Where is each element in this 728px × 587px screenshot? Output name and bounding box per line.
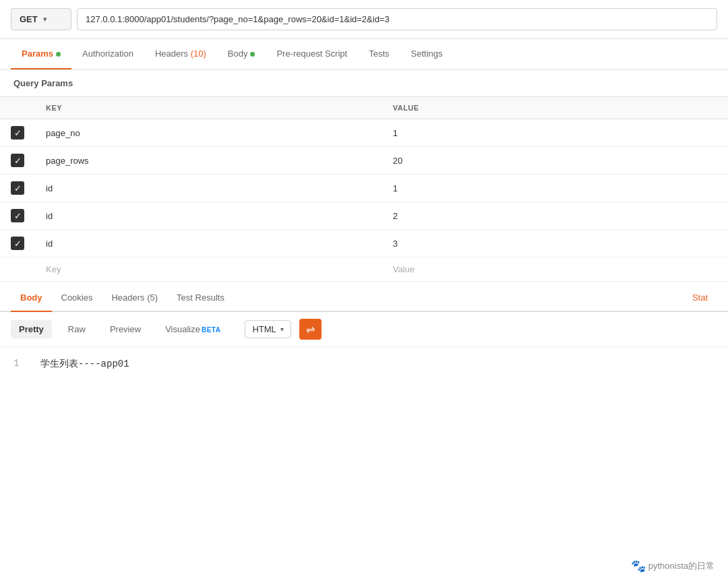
- row-checkbox[interactable]: ✓: [11, 126, 24, 140]
- row-value-cell[interactable]: 2: [382, 202, 728, 230]
- tab-headers[interactable]: Headers (10): [144, 39, 217, 69]
- row-check-cell: ✓: [0, 119, 35, 147]
- row-check-cell: ✓: [0, 175, 35, 202]
- tab-tests[interactable]: Tests: [358, 39, 400, 69]
- table-row: ✓id1: [0, 175, 728, 202]
- row-checkbox[interactable]: ✓: [11, 237, 24, 250]
- query-params-header: Query Params: [0, 70, 728, 96]
- code-content-1: 学生列表----app01: [40, 358, 129, 370]
- line-number-1: 1: [13, 358, 27, 370]
- tab-authorization[interactable]: Authorization: [71, 39, 144, 69]
- checkmark-icon: ✓: [14, 239, 22, 248]
- table-row: KeyValue: [0, 257, 728, 282]
- row-value-cell[interactable]: Value: [382, 257, 728, 282]
- params-dot: [56, 52, 61, 57]
- row-value-cell[interactable]: 20: [382, 147, 728, 175]
- beta-badge: BETA: [202, 326, 220, 334]
- resp-tab-testresults[interactable]: Test Results: [167, 284, 234, 312]
- code-area: 1 学生列表----app01: [0, 347, 728, 381]
- resp-pretty-tab[interactable]: Pretty: [11, 320, 52, 338]
- format-label: HTML: [252, 324, 276, 334]
- wrap-icon: ⇌: [306, 323, 315, 336]
- row-checkbox[interactable]: ✓: [11, 181, 24, 195]
- body-dot: [250, 52, 255, 57]
- format-selector[interactable]: HTML ▾: [245, 320, 291, 338]
- response-toolbar: Pretty Raw Preview VisualizeBETA HTML ▾ …: [0, 312, 728, 347]
- checkmark-icon: ✓: [14, 129, 22, 137]
- resp-tab-cookies[interactable]: Cookies: [52, 284, 102, 312]
- code-line-1: 1 学生列表----app01: [13, 358, 715, 370]
- checkmark-icon: ✓: [14, 156, 22, 165]
- table-header-row: KEY VALUE: [0, 97, 728, 119]
- row-check-cell: ✓: [0, 230, 35, 257]
- resp-tab-headers[interactable]: Headers (5): [102, 284, 167, 312]
- method-label: GET: [20, 14, 38, 24]
- tab-body[interactable]: Body: [217, 39, 266, 69]
- format-chevron: ▾: [280, 326, 284, 333]
- row-check-cell: [0, 257, 35, 282]
- row-checkbox[interactable]: ✓: [11, 209, 24, 222]
- resp-tab-stat[interactable]: Stat: [683, 284, 717, 312]
- request-tabs-bar: Params Authorization Headers (10) Body P…: [0, 39, 728, 70]
- row-value-cell[interactable]: 3: [382, 230, 728, 257]
- resp-preview-tab[interactable]: Preview: [102, 320, 149, 338]
- table-row: ✓page_no1: [0, 119, 728, 147]
- tab-settings[interactable]: Settings: [400, 39, 454, 69]
- url-bar: GET ▾: [0, 0, 728, 39]
- url-input[interactable]: [77, 8, 717, 30]
- resp-tab-body[interactable]: Body: [11, 284, 52, 312]
- table-row: ✓page_rows20: [0, 147, 728, 175]
- method-chevron: ▾: [43, 16, 47, 23]
- resp-visualize-tab[interactable]: VisualizeBETA: [157, 320, 229, 338]
- headers-badge: (10): [191, 49, 206, 59]
- method-selector[interactable]: GET ▾: [11, 8, 71, 30]
- checkmark-icon: ✓: [14, 212, 22, 220]
- row-key-cell[interactable]: page_rows: [35, 147, 382, 175]
- row-key-cell[interactable]: page_no: [35, 119, 382, 147]
- col-check-header: [0, 97, 35, 119]
- row-value-cell[interactable]: 1: [382, 119, 728, 147]
- checkmark-icon: ✓: [14, 184, 22, 193]
- row-key-cell[interactable]: Key: [35, 257, 382, 282]
- resp-raw-tab[interactable]: Raw: [60, 320, 94, 338]
- params-table: KEY VALUE ✓page_no1✓page_rows20✓id1✓id2✓…: [0, 96, 728, 282]
- row-key-cell[interactable]: id: [35, 230, 382, 257]
- col-value-header: VALUE: [382, 97, 728, 119]
- tab-params[interactable]: Params: [11, 39, 71, 69]
- table-row: ✓id3: [0, 230, 728, 257]
- row-value-cell[interactable]: 1: [382, 175, 728, 202]
- row-key-cell[interactable]: id: [35, 202, 382, 230]
- table-row: ✓id2: [0, 202, 728, 230]
- wrap-button[interactable]: ⇌: [299, 319, 322, 340]
- tab-prerequest[interactable]: Pre-request Script: [266, 39, 358, 69]
- row-check-cell: ✓: [0, 147, 35, 175]
- response-tabs-bar: Body Cookies Headers (5) Test Results St…: [0, 284, 728, 312]
- row-key-cell[interactable]: id: [35, 175, 382, 202]
- col-key-header: KEY: [35, 97, 382, 119]
- row-checkbox[interactable]: ✓: [11, 154, 24, 167]
- row-check-cell: ✓: [0, 202, 35, 230]
